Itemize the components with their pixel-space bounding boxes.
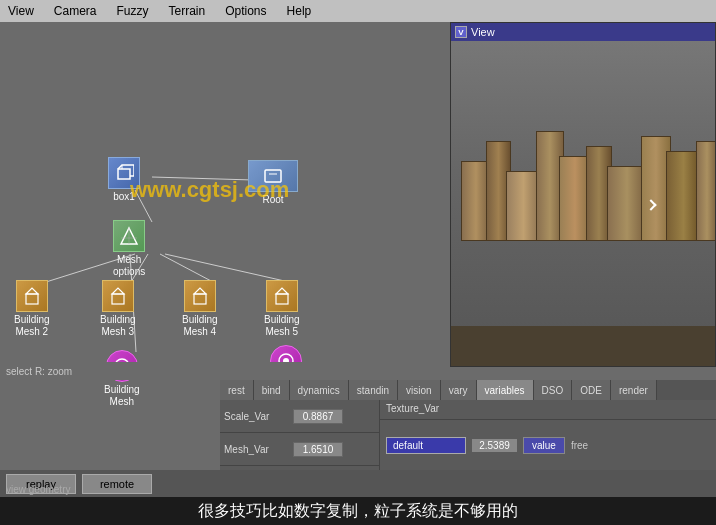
free-label: free [571, 440, 588, 451]
node-bm4-label: BuildingMesh 4 [182, 314, 218, 338]
node-building-mesh3[interactable]: BuildingMesh 3 [100, 280, 136, 338]
texture-controls: default 2.5389 value free [380, 420, 716, 470]
node-building-mesh5[interactable]: BuildingMesh 5 [264, 280, 300, 338]
texture-section: Texture_Var default 2.5389 value free [380, 400, 716, 470]
mesh-var-row: Mesh_Var 1.6510 [220, 433, 379, 466]
svg-rect-7 [118, 169, 130, 179]
node-bm2-label: BuildingMesh 2 [14, 314, 50, 338]
svg-marker-21 [276, 288, 288, 294]
view-content [451, 41, 715, 366]
scale-var-value[interactable]: 0.8867 [293, 409, 343, 424]
texture-num: 2.5389 [472, 439, 517, 452]
svg-rect-9 [265, 170, 281, 182]
svg-line-4 [160, 254, 213, 282]
scale-var-label: Scale_Var [224, 411, 289, 422]
menu-bar: View Camera Fuzzy Terrain Options Help [0, 0, 716, 22]
node-box1[interactable]: box1 [108, 157, 140, 203]
tabs-row: rest bind dynamics standin vision vary v… [220, 380, 716, 400]
node-bm5-label: BuildingMesh 5 [264, 314, 300, 338]
node-bm3-label: BuildingMesh 3 [100, 314, 136, 338]
svg-marker-17 [112, 288, 124, 294]
mesh-var-value[interactable]: 1.6510 [293, 442, 343, 457]
main-area: box1 Root Meshoptions [0, 22, 716, 525]
tab-dynamics[interactable]: dynamics [290, 380, 349, 400]
texture-var-label: Texture_Var [380, 400, 716, 420]
tab-vary[interactable]: vary [441, 380, 477, 400]
svg-rect-16 [112, 294, 124, 304]
menu-terrain[interactable]: Terrain [165, 2, 210, 20]
menu-options[interactable]: Options [221, 2, 270, 20]
status-bar: select R: zoom [0, 362, 450, 380]
remote-button[interactable]: remote [82, 474, 152, 494]
svg-rect-14 [26, 294, 38, 304]
menu-camera[interactable]: Camera [50, 2, 101, 20]
tab-ode[interactable]: ODE [572, 380, 611, 400]
properties-panel: Scale_Var 0.8867 Mesh_Var 1.6510 Texture… [220, 400, 716, 470]
city-3d-view [451, 41, 715, 366]
menu-fuzzy[interactable]: Fuzzy [112, 2, 152, 20]
status-text: select R: zoom [6, 366, 72, 377]
tab-vision[interactable]: vision [398, 380, 441, 400]
view-panel: V View [450, 22, 716, 367]
svg-rect-18 [194, 294, 206, 304]
view-title: View [471, 26, 495, 38]
bottom-controls: replay remote [0, 470, 716, 497]
node-mesh-options[interactable]: Meshoptions [113, 220, 145, 278]
svg-line-5 [165, 254, 289, 282]
tab-render[interactable]: render [611, 380, 657, 400]
tab-variables[interactable]: variables [477, 380, 534, 400]
value-button[interactable]: value [523, 437, 565, 454]
node-box1-label: box1 [113, 191, 135, 203]
node-mesh-options-label: Meshoptions [113, 254, 145, 278]
tab-dso[interactable]: DSO [534, 380, 573, 400]
tab-bind[interactable]: bind [254, 380, 290, 400]
scale-section: Scale_Var 0.8867 Mesh_Var 1.6510 [220, 400, 380, 470]
tab-rest[interactable]: rest [220, 380, 254, 400]
svg-line-0 [152, 177, 253, 180]
view-geometry-label[interactable]: view geometry [6, 484, 70, 495]
node-root[interactable]: Root [248, 160, 298, 206]
mesh-var-label: Mesh_Var [224, 444, 289, 455]
view-icon: V [455, 26, 467, 38]
svg-rect-20 [276, 294, 288, 304]
node-root-label: Root [262, 194, 283, 206]
node-building-mesh4[interactable]: BuildingMesh 4 [182, 280, 218, 338]
subtitle: 很多技巧比如数字复制，粒子系统是不够用的 [0, 497, 716, 525]
svg-marker-15 [26, 288, 38, 294]
node-bm-label: BuildingMesh [104, 384, 140, 408]
scale-var-row: Scale_Var 0.8867 [220, 400, 379, 433]
tab-standin[interactable]: standin [349, 380, 398, 400]
menu-help[interactable]: Help [283, 2, 316, 20]
node-building-mesh2[interactable]: BuildingMesh 2 [14, 280, 50, 338]
menu-view[interactable]: View [4, 2, 38, 20]
texture-select[interactable]: default [386, 437, 466, 454]
svg-marker-19 [194, 288, 206, 294]
view-panel-titlebar: V View [451, 23, 715, 41]
